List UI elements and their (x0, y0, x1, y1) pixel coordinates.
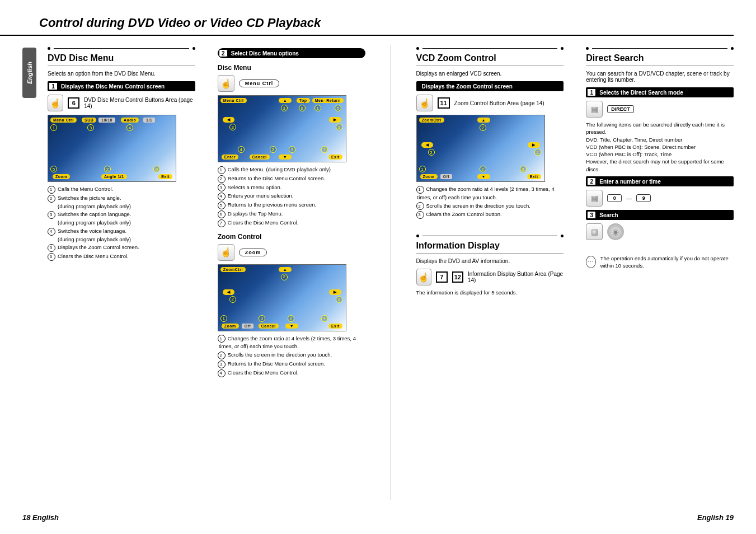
ss-mark-z4: 4 (321, 315, 328, 322)
ss-up[interactable]: ▲ (279, 98, 292, 103)
ss-left2[interactable]: ◀ (223, 289, 235, 295)
ss-enter[interactable]: Enter (222, 154, 238, 160)
ss-down2[interactable]: ▼ (285, 324, 298, 329)
direct-button-row: ▦ DIRECT (586, 101, 734, 118)
ss-down-vcd[interactable]: ▼ (477, 174, 490, 179)
note-item: Clears the Disc Menu Control. (48, 252, 195, 261)
ss-zoomctrl-vcd[interactable]: ZoomCtrl (419, 118, 444, 123)
note-item: Clears the Disc Menu Control. (218, 369, 365, 377)
note-item: Displays the Zoom Control screen. (48, 243, 195, 252)
ss-right[interactable]: ▶ (329, 117, 341, 123)
search-action-row: ▦ ◉ (586, 223, 734, 240)
vcd-step-label: Displays the Zoom Control screen (422, 83, 564, 90)
note-item: Scrolls the screen in the direction you … (218, 351, 365, 359)
note-item: Returns to the previous menu screen. (218, 201, 365, 209)
direct-button[interactable]: DIRECT (607, 105, 634, 113)
direct-search-title: Direct Search (586, 53, 734, 63)
direct-search-desc: You can search for a DVD/VCD chapter, sc… (586, 71, 734, 83)
disc-menu-btn-row: ☝ Menu Ctrl (218, 75, 365, 92)
ds-step2-label: Enter a number or time (599, 179, 734, 185)
ss-mark-1: 1 (50, 124, 57, 131)
ss-up2[interactable]: ▲ (279, 267, 292, 272)
note-item: Switches the caption language.(during pr… (48, 210, 195, 227)
touch-icon: ☝ (218, 244, 234, 261)
ds-step3-label: Search (599, 212, 734, 218)
key-0[interactable]: 0 (607, 194, 622, 202)
disc-menu-notes: Calls the Menu Control.Switches the pict… (48, 185, 195, 261)
ss-exit-vcd[interactable]: Exit (527, 174, 541, 179)
ss-audio[interactable]: Audio (121, 118, 139, 123)
column-3: VCD Zoom Control Displays an enlarged VC… (416, 45, 564, 500)
ss-exit[interactable]: Exit (158, 174, 172, 179)
ss-mark-1b: 1 (314, 105, 321, 111)
zoom-subtitle: Zoom Control (218, 233, 365, 241)
ds-step2-num: 2 (587, 177, 596, 185)
ss-menuctrl2[interactable]: Menu Ctrl (220, 98, 247, 103)
page-title: Control during DVD Video or Video CD Pla… (0, 0, 734, 36)
note-item: Switches the voice language.(during prog… (48, 227, 195, 243)
ss-up-vcd[interactable]: ▲ (477, 118, 490, 123)
ss-cancel[interactable]: Cancel (250, 154, 270, 160)
ss-top[interactable]: Top (297, 98, 310, 103)
joystick-icon: ◉ (607, 223, 624, 240)
disc-menu-buttons-row: ☝ 6 DVD Disc Menu Control Buttons Area (… (48, 95, 195, 111)
vcd-zoom-desc: Displays an enlarged VCD screen. (416, 71, 564, 77)
ss-mark-z3: 3 (259, 315, 265, 322)
ss-exit2[interactable]: Exit (328, 154, 342, 160)
note-item: Calls the Menu. (during DVD playback onl… (218, 166, 365, 174)
ss-mark-2: 2 (104, 166, 111, 172)
ss-zoom2[interactable]: Zoom (222, 324, 239, 329)
info-button-caption: Information Display Button Area (Page 14… (468, 271, 564, 283)
ss-left[interactable]: ◀ (223, 117, 235, 123)
ss-mark-z1: 1 (220, 315, 227, 322)
ss-mark-v2d: 2 (480, 166, 486, 172)
ss-mark-7b: 7 (321, 146, 328, 153)
key-9[interactable]: 9 (636, 194, 651, 202)
info-display-note: The information is displayed for 5 secon… (416, 289, 564, 296)
menu-ctrl-button[interactable]: Menu Ctrl (239, 79, 280, 87)
button-area-caption: DVD Disc Menu Control Buttons Area (page… (84, 97, 195, 109)
ss-mark-v2a: 2 (480, 124, 486, 131)
remote-icon: ▦ (586, 190, 603, 207)
ss-mark-4: 4 (126, 124, 133, 131)
ss-right2[interactable]: ▶ (329, 289, 341, 295)
zoom-btn-row: ☝ Zoom (218, 244, 365, 261)
note-subtext: (during program playback only) (49, 203, 195, 210)
ss-mark-z2b: 2 (229, 296, 236, 303)
ss-angle[interactable]: Angle 1/1 (101, 174, 127, 179)
button-area-ref-7: 7 (436, 271, 447, 283)
ss-mark-v2c: 2 (534, 149, 541, 156)
dvd-disc-menu-title: DVD Disc Menu (48, 53, 195, 63)
ss-cancel2[interactable]: Cancel (259, 324, 279, 329)
dvd-disc-menu-desc: Selects an option from the DVD Disc Menu… (48, 71, 195, 77)
zoom-button[interactable]: Zoom (239, 249, 267, 256)
ss-menuctrl[interactable]: Menu Ctrl (50, 118, 77, 123)
ss-off-vcd: Off (440, 174, 453, 179)
ss-exit3[interactable]: Exit (328, 324, 342, 329)
ss-return[interactable]: Return (323, 98, 344, 103)
dash: — (626, 195, 632, 202)
disc-menu-screenshot: Menu Ctrl 1 SUB 10/10 3 Audio 1/1 4 Zoom… (48, 115, 176, 182)
ss-mark-4b: 4 (238, 146, 245, 153)
disc-menu-options-notes: Calls the Menu. (during DVD playback onl… (218, 166, 365, 227)
ss-mark-6b: 6 (299, 105, 306, 111)
step-2-label: Select Disc Menu options (231, 50, 365, 57)
vcd-step-bar: Displays the Zoom Control screen (416, 81, 564, 91)
ss-zoomctrl[interactable]: ZoomCtrl (220, 267, 246, 272)
info-display-title: Information Display (416, 241, 564, 251)
remote-icon: ▦ (586, 101, 603, 118)
ss-mark-6: 6 (153, 166, 160, 172)
ss-sub[interactable]: SUB (82, 118, 96, 123)
ss-down[interactable]: ▼ (279, 154, 292, 160)
ss-zoom-vcd[interactable]: Zoom (420, 174, 438, 179)
final-note-row: ⋯ The operation ends automatically if yo… (586, 255, 734, 270)
ss-right-vcd[interactable]: ▶ (528, 142, 540, 148)
touch-icon: ☝ (218, 75, 234, 92)
ss-zoom[interactable]: Zoom (53, 174, 70, 179)
ss-mark-3: 3 (87, 124, 94, 131)
ss-left-vcd[interactable]: ◀ (421, 142, 434, 148)
page-divider (391, 45, 391, 500)
note-item: Calls the Menu Control. (48, 185, 195, 194)
column-4: Direct Search You can search for a DVD/V… (586, 45, 734, 500)
ss-mark-3c: 3 (229, 124, 236, 130)
